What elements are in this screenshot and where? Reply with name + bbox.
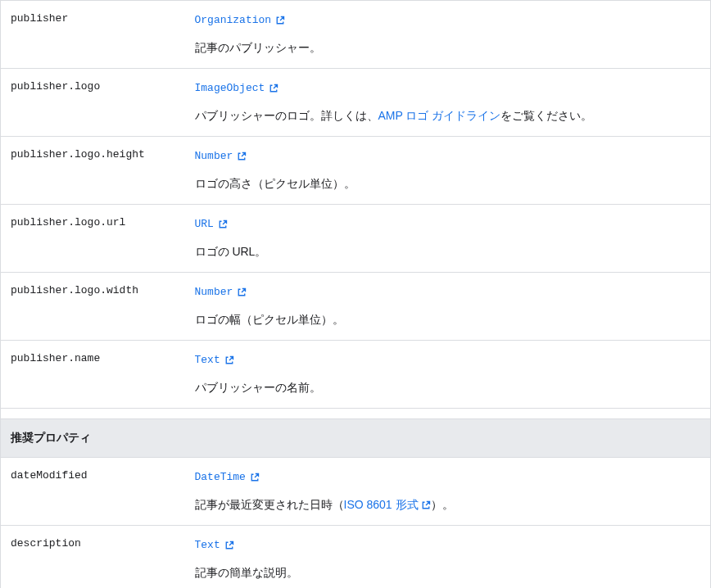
type-label: Text [195,354,220,366]
type-link[interactable]: Text [195,354,234,366]
description-text: パブリッシャーの名前。 [195,381,321,394]
type-label: Organization [195,14,272,26]
description: ロゴの幅（ピクセル単位）。 [195,311,701,328]
description: パブリッシャーのロゴ。詳しくは、AMP ロゴ ガイドラインをご覧ください。 [195,107,701,124]
type-link[interactable]: URL [195,218,228,230]
inline-link[interactable]: ISO 8601 形式 [344,496,431,513]
type-label: DateTime [195,471,246,483]
property-name: publisher.name [1,341,185,409]
property-name: publisher.logo.height [1,137,185,205]
property-description: Textパブリッシャーの名前。 [185,341,711,409]
property-row: descriptionText記事の簡単な説明。 [1,526,711,589]
property-row: publisherOrganization記事のパブリッシャー。 [1,1,711,69]
description-text: ロゴの高さ（ピクセル単位）。 [195,177,356,190]
property-description: Organization記事のパブリッシャー。 [185,1,711,69]
property-description: Numberロゴの高さ（ピクセル単位）。 [185,137,711,205]
description-text: をご覧ください。 [500,109,592,122]
external-link-icon [237,152,247,161]
property-row: publisher.logo.widthNumberロゴの幅（ピクセル単位）。 [1,273,711,341]
type-label: Number [195,286,233,298]
description-text: ロゴの URL。 [195,245,267,258]
inline-link[interactable]: AMP ロゴ ガイドライン [378,107,501,124]
property-description: ImageObjectパブリッシャーのロゴ。詳しくは、AMP ロゴ ガイドライン… [185,69,711,137]
property-name: publisher.logo.url [1,205,185,273]
description: 記事のパブリッシャー。 [195,39,701,57]
external-link-icon [224,355,234,365]
type-label: URL [195,218,214,230]
external-link-icon [275,16,285,25]
description: 記事の簡単な説明。 [195,564,701,581]
description: パブリッシャーの名前。 [195,379,701,396]
description: ロゴの高さ（ピクセル単位）。 [195,175,701,192]
external-link-icon [224,541,234,550]
description-text: ）。 [431,498,454,511]
description-text: 記事の簡単な説明。 [195,566,298,579]
type-link[interactable]: DateTime [195,471,260,483]
property-description: URLロゴの URL。 [185,205,711,273]
external-link-icon [218,219,228,229]
description-text: 記事が最近変更された日時（ [195,498,344,511]
properties-table: publisherOrganization記事のパブリッシャー。publishe… [0,0,711,588]
property-description: Text記事の簡単な説明。 [185,526,711,589]
type-label: Number [195,150,233,162]
external-link-icon [421,500,431,510]
property-row: publisher.nameTextパブリッシャーの名前。 [1,341,711,409]
property-row: publisher.logoImageObjectパブリッシャーのロゴ。詳しくは… [1,69,711,137]
property-name: description [1,526,185,589]
property-row: publisher.logo.urlURLロゴの URL。 [1,205,711,273]
type-link[interactable]: ImageObject [195,82,279,94]
property-name: publisher [1,1,185,69]
section-header: 推奨プロパティ [1,419,711,458]
type-label: ImageObject [195,82,265,94]
type-link[interactable]: Number [195,286,247,298]
section-header-row: 推奨プロパティ [1,419,711,458]
property-row: dateModifiedDateTime記事が最近変更された日時（ISO 860… [1,458,711,526]
description: 記事が最近変更された日時（ISO 8601 形式 ）。 [195,496,701,513]
type-link[interactable]: Number [195,150,247,162]
external-link-icon [237,287,247,297]
type-label: Text [195,539,220,551]
description-text: 記事のパブリッシャー。 [195,41,321,54]
type-link[interactable]: Organization [195,14,286,26]
description: ロゴの URL。 [195,243,701,260]
property-name: publisher.logo.width [1,273,185,341]
description-text: ロゴの幅（ピクセル単位）。 [195,313,344,326]
description-text: パブリッシャーのロゴ。詳しくは、 [195,109,378,122]
external-link-icon [269,84,279,93]
property-name: dateModified [1,458,185,526]
external-link-icon [250,473,260,482]
property-row: publisher.logo.heightNumberロゴの高さ（ピクセル単位）… [1,137,711,205]
property-description: Numberロゴの幅（ピクセル単位）。 [185,273,711,341]
property-name: publisher.logo [1,69,185,137]
type-link[interactable]: Text [195,539,234,551]
spacer-row [1,409,711,419]
property-description: DateTime記事が最近変更された日時（ISO 8601 形式 ）。 [185,458,711,526]
